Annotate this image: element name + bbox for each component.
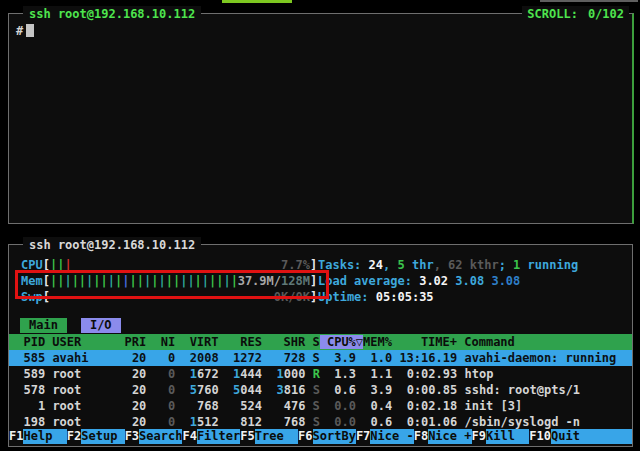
function-key-bar[interactable]: F1Help F2Setup F3SearchF4FilterF5Tree F6… (9, 429, 632, 444)
htop-tabs: MainI/O (20, 318, 121, 333)
tab-io[interactable]: I/O (81, 318, 121, 333)
fkey-label-f10[interactable]: Quit (551, 429, 632, 444)
fkey-f6[interactable]: F6 (298, 429, 312, 444)
mem-meter: Mem[||||||||||||||||||||||||||37.9M/128M… (21, 273, 317, 289)
fkey-f7[interactable]: F7 (356, 429, 370, 444)
swp-meter-text: 0K/0K (274, 289, 310, 305)
process-table-header[interactable]: PID USER PRI NI VIRT RES SHR S CPU%▽MEM%… (9, 334, 632, 350)
load-average-line: Load average: 3.02 3.08 3.08 (318, 273, 578, 289)
process-row[interactable]: 1 root 20 0 768 524 476 S 0.0 0.4 0:02.1… (9, 398, 632, 414)
cpu-meter-label: CPU (21, 258, 43, 272)
mem-meter-bar: ||||||||||||||||||||||||||37.9M/128M (50, 273, 310, 289)
fkey-label-f1[interactable]: Help (23, 429, 66, 444)
fkey-label-f3[interactable]: Search (139, 429, 182, 444)
fkey-f5[interactable]: F5 (240, 429, 254, 444)
top-edge-green-artifact (222, 0, 292, 3)
shell-prompt[interactable]: # (16, 24, 34, 38)
process-row[interactable]: 198 root 20 0 1512 812 768 S 0.0 0.6 0:0… (9, 414, 632, 430)
uptime-line: Uptime: 05:05:35 (318, 289, 578, 305)
top-edge-gray-artifact (540, 0, 638, 2)
pane-title-htop: ssh root@192.168.10.112 (23, 237, 201, 253)
scroll-label: SCROLL: (527, 6, 578, 22)
fkey-f1[interactable]: F1 (9, 429, 23, 444)
column-header-mem[interactable]: MEM% (363, 335, 392, 349)
column-header-cmd[interactable]: Command (457, 335, 515, 349)
process-row-selected[interactable]: 585 avahi 20 0 2008 1272 728 S 3.9 1.0 1… (9, 350, 632, 366)
column-header-pid[interactable]: PID (9, 335, 45, 349)
process-table[interactable]: 585 avahi 20 0 2008 1272 728 S 3.9 1.0 1… (9, 350, 632, 430)
scroll-indicator: SCROLL: 0/102 (522, 6, 629, 22)
scroll-value: 0/102 (588, 6, 624, 22)
tasks-line: Tasks: 24, 5 thr, 62 kthr; 1 running (318, 257, 578, 273)
tmux-pane-htop[interactable]: ssh root@192.168.10.112 CPU[|||7.7%]Mem[… (8, 244, 633, 447)
column-header-ni[interactable]: NI (146, 335, 175, 349)
mem-meter-label: Mem (21, 274, 43, 288)
column-header-virt[interactable]: VIRT (175, 335, 218, 349)
column-header-user[interactable]: USER (45, 335, 117, 349)
swp-meter-bar: 0K/0K (50, 289, 310, 305)
mem-meter-text: 37.9M/128M (238, 273, 310, 289)
swp-meter: Swp[0K/0K] (21, 289, 317, 305)
tmux-pane-shell[interactable]: ssh root@192.168.10.112 SCROLL: 0/102 # (8, 13, 634, 224)
swp-meter-label: Swp (21, 290, 43, 304)
tab-main[interactable]: Main (20, 318, 67, 333)
cpu-meter: CPU[|||7.7%] (21, 257, 317, 273)
column-header-res[interactable]: RES (219, 335, 262, 349)
column-header-time[interactable]: TIME+ (392, 335, 457, 349)
fkey-f3[interactable]: F3 (125, 429, 139, 444)
terminal-cursor (26, 24, 34, 37)
process-row[interactable]: 578 root 20 0 5760 5044 3816 S 0.6 3.9 0… (9, 382, 632, 398)
fkey-f4[interactable]: F4 (182, 429, 196, 444)
pane-title-shell: ssh root@192.168.10.112 (23, 6, 201, 22)
fkey-f8[interactable]: F8 (414, 429, 428, 444)
cpu-meter-bar: |||7.7% (50, 257, 310, 273)
fkey-label-f9[interactable]: Kill (486, 429, 529, 444)
column-header-pri[interactable]: PRI (117, 335, 146, 349)
column-header-cpu[interactable]: CPU%▽ (320, 335, 363, 349)
htop-info-column: Tasks: 24, 5 thr, 62 kthr; 1 runningLoad… (318, 257, 578, 305)
fkey-f9[interactable]: F9 (472, 429, 486, 444)
fkey-label-f6[interactable]: SortBy (313, 429, 356, 444)
fkey-label-f5[interactable]: Tree (255, 429, 298, 444)
fkey-label-f2[interactable]: Setup (81, 429, 124, 444)
fkey-label-f7[interactable]: Nice - (370, 429, 413, 444)
htop-meters: CPU[|||7.7%]Mem[||||||||||||||||||||||||… (21, 257, 317, 305)
fkey-label-f8[interactable]: Nice + (428, 429, 471, 444)
fkey-f10[interactable]: F10 (529, 429, 551, 444)
column-header-shr[interactable]: SHR (262, 335, 305, 349)
column-header-s[interactable]: S (305, 335, 319, 349)
cpu-meter-text: 7.7% (281, 257, 310, 273)
process-row[interactable]: 589 root 20 0 1672 1444 1000 R 1.3 1.1 0… (9, 366, 632, 382)
prompt-character: # (16, 24, 23, 38)
fkey-label-f4[interactable]: Filter (197, 429, 240, 444)
fkey-f2[interactable]: F2 (67, 429, 81, 444)
